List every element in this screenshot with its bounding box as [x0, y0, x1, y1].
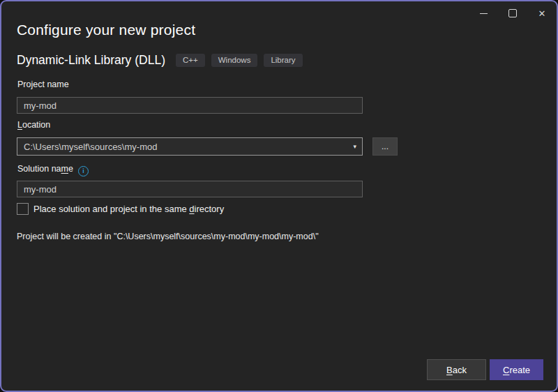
template-row: Dynamic-Link Library (DLL) C++ Windows L…	[17, 53, 303, 68]
project-name-label: Project name	[17, 80, 69, 89]
back-button[interactable]: Back	[427, 359, 486, 380]
same-directory-checkbox[interactable]	[17, 203, 29, 215]
info-icon[interactable]: i	[78, 166, 89, 176]
close-icon: ✕	[538, 9, 546, 18]
maximize-button[interactable]	[505, 6, 520, 21]
maximize-icon	[508, 9, 517, 17]
same-directory-label: Place solution and project in the same d…	[33, 204, 224, 214]
create-button[interactable]: Create	[490, 359, 543, 380]
solution-name-label: Solution namei	[17, 164, 89, 176]
window-controls: ✕	[476, 6, 550, 21]
template-name: Dynamic-Link Library (DLL)	[17, 53, 165, 68]
solution-name-input[interactable]	[17, 181, 363, 197]
location-label: Location	[17, 120, 50, 130]
project-name-input[interactable]	[17, 97, 363, 114]
tag-windows: Windows	[211, 54, 258, 68]
page-title: Configure your new project	[17, 22, 195, 38]
location-input[interactable]	[17, 142, 353, 152]
tag-library: Library	[264, 54, 302, 68]
minimize-button[interactable]	[476, 6, 491, 21]
minimize-icon	[480, 13, 488, 14]
tag-cpp: C++	[176, 54, 205, 68]
configure-project-dialog: ✕ Configure your new project Dynamic-Lin…	[0, 0, 558, 392]
close-button[interactable]: ✕	[534, 6, 550, 21]
browse-location-button[interactable]: ...	[372, 137, 398, 156]
location-combobox[interactable]: ▾	[17, 137, 363, 156]
chevron-down-icon[interactable]: ▾	[353, 144, 362, 150]
project-path-summary: Project will be created in "C:\Users\mys…	[17, 232, 319, 241]
same-directory-checkbox-row[interactable]: Place solution and project in the same d…	[17, 203, 224, 215]
template-tags: C++ Windows Library	[176, 54, 303, 68]
